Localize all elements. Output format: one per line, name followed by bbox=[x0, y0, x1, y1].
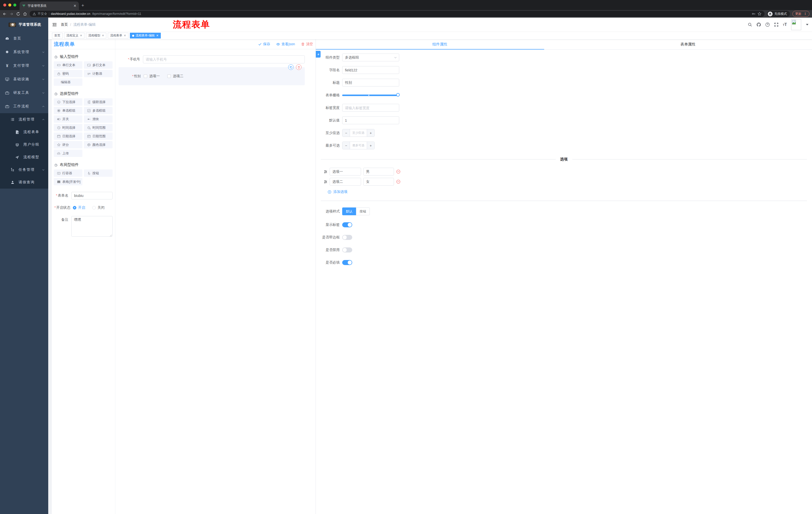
copy-component-button[interactable] bbox=[288, 64, 294, 70]
tab-component-props[interactable]: 组件属性 bbox=[316, 39, 406, 49]
default-value-input[interactable] bbox=[342, 116, 399, 124]
component-select[interactable]: 下拉选择 bbox=[54, 98, 82, 106]
link-handle[interactable] bbox=[316, 51, 321, 58]
increase-button[interactable]: + bbox=[367, 142, 374, 149]
component-color-picker[interactable]: 颜色选择 bbox=[84, 141, 113, 148]
component-time-picker[interactable]: 时间选择 bbox=[54, 124, 82, 131]
show-label-toggle[interactable] bbox=[342, 222, 352, 227]
component-date-picker[interactable]: 日期选择 bbox=[54, 133, 82, 140]
option-value-input[interactable] bbox=[363, 168, 394, 175]
border-toggle[interactable] bbox=[342, 235, 352, 240]
component-type-select[interactable]: 多选框组 bbox=[342, 54, 399, 61]
gender-option-2[interactable]: 选项二 bbox=[167, 74, 183, 78]
component-password[interactable]: 密码 bbox=[54, 70, 82, 77]
save-button[interactable]: 保存 bbox=[258, 42, 270, 47]
max-select-value[interactable]: 最多可选 bbox=[350, 142, 367, 149]
home-icon[interactable] bbox=[23, 12, 27, 16]
component-button[interactable]: 按钮 bbox=[84, 169, 113, 177]
phone-field-row[interactable]: *手机号 bbox=[119, 55, 305, 63]
new-tab-button[interactable]: + bbox=[81, 3, 84, 8]
window-controls[interactable] bbox=[3, 3, 16, 6]
component-row-container[interactable]: 行容器 bbox=[54, 169, 82, 177]
maximize-window-button[interactable] bbox=[13, 3, 16, 6]
resize-grip[interactable] bbox=[110, 234, 112, 237]
component-rate[interactable]: 评分 bbox=[54, 141, 82, 148]
disabled-toggle[interactable] bbox=[342, 247, 352, 252]
increase-button[interactable]: + bbox=[367, 129, 374, 137]
component-switch[interactable]: 开关 bbox=[54, 115, 82, 123]
remove-option-icon[interactable] bbox=[396, 169, 401, 174]
browser-tab[interactable]: 芋道管理系统 ✕ bbox=[20, 1, 79, 10]
sidebar-item-leave-query[interactable]: 请假查询 bbox=[0, 176, 48, 189]
tag-process-form-edit[interactable]: 流程表单-编辑✕ bbox=[130, 33, 161, 38]
sidebar-item-process-model[interactable]: 流程模型 bbox=[0, 151, 48, 163]
component-table[interactable]: 表格[开发中] bbox=[54, 178, 82, 185]
sidebar-item-task-mgmt[interactable]: 任务管理 bbox=[0, 163, 48, 176]
option-value-input[interactable] bbox=[363, 178, 394, 186]
tag-process-form[interactable]: 流程表单✕ bbox=[108, 33, 128, 38]
status-radio-on[interactable]: 开启 bbox=[73, 206, 85, 210]
breadcrumb-home[interactable]: 首页 bbox=[61, 22, 68, 27]
decrease-button[interactable]: − bbox=[343, 129, 350, 137]
sidebar-item-system[interactable]: 系统管理 bbox=[0, 45, 48, 59]
label-width-input[interactable] bbox=[342, 104, 399, 112]
add-option-button[interactable]: 添加选项 bbox=[328, 190, 406, 194]
component-radio-group[interactable]: 单选框组 bbox=[54, 107, 82, 114]
sidebar-item-workflow[interactable]: 工作流程 bbox=[0, 100, 48, 113]
slider-track[interactable] bbox=[342, 94, 399, 96]
component-textarea[interactable]: 多行文本 bbox=[84, 61, 113, 69]
sidebar-item-process-mgmt[interactable]: 流程管理 bbox=[0, 113, 48, 126]
gender-option-1[interactable]: 选项一 bbox=[144, 74, 160, 78]
component-upload[interactable]: 上传 bbox=[54, 150, 82, 157]
drag-handle-icon[interactable] bbox=[324, 180, 327, 184]
tag-process-definition[interactable]: 流程定义✕ bbox=[64, 33, 84, 38]
sidebar-item-infra[interactable]: 基础设施 bbox=[0, 73, 48, 86]
tag-close-icon[interactable]: ✕ bbox=[80, 34, 82, 37]
min-select-value[interactable]: 至少应选 bbox=[350, 129, 367, 137]
component-counter[interactable]: 123计数器 bbox=[84, 70, 113, 77]
drag-handle-icon[interactable] bbox=[324, 170, 327, 173]
field-name-input[interactable] bbox=[342, 66, 399, 74]
collapse-sidebar-icon[interactable] bbox=[52, 22, 57, 27]
view-json-button[interactable]: 查看json bbox=[276, 42, 295, 47]
back-icon[interactable] bbox=[2, 12, 7, 16]
title-input[interactable] bbox=[342, 79, 399, 86]
form-name-input[interactable] bbox=[71, 192, 113, 199]
tag-close-icon[interactable]: ✕ bbox=[124, 34, 126, 37]
sidebar-item-devtools[interactable]: 研发工具 bbox=[0, 86, 48, 100]
component-cascader[interactable]: 级联选择 bbox=[84, 98, 113, 106]
sidebar-logo[interactable]: 芋道管理系统 bbox=[0, 18, 48, 32]
option-label-input[interactable] bbox=[330, 178, 361, 186]
tag-home[interactable]: 首页 bbox=[52, 33, 63, 38]
tag-close-icon[interactable]: ✕ bbox=[102, 34, 104, 37]
sidebar-item-user-group[interactable]: 用户分组 bbox=[0, 138, 48, 151]
sidebar-item-payment[interactable]: ¥ 支付管理 bbox=[0, 59, 48, 73]
status-radio-off[interactable]: 关闭 bbox=[92, 206, 105, 210]
clear-button[interactable]: 清空 bbox=[301, 42, 313, 47]
component-checkbox-group[interactable]: 多选框组 bbox=[84, 107, 113, 114]
selected-component-gender[interactable]: *性别 选项一 选项二 bbox=[119, 67, 305, 85]
minimize-window-button[interactable] bbox=[8, 3, 11, 6]
sidebar-item-process-form[interactable]: 流程表单 bbox=[0, 126, 48, 138]
forward-icon[interactable] bbox=[9, 12, 13, 16]
component-date-range[interactable]: 日期范围 bbox=[84, 133, 113, 140]
form-remark-textarea[interactable]: 嘿嘿 bbox=[71, 216, 113, 237]
decrease-button[interactable]: − bbox=[343, 142, 350, 149]
sidebar-item-home[interactable]: 首页 bbox=[0, 32, 48, 45]
close-window-button[interactable] bbox=[3, 3, 6, 6]
option-style-button[interactable]: 按钮 bbox=[356, 208, 370, 215]
option-label-input[interactable] bbox=[330, 168, 361, 175]
component-time-range[interactable]: 时间范围 bbox=[84, 124, 113, 131]
reload-icon[interactable] bbox=[16, 12, 20, 16]
url-bar[interactable]: 不安全 dashboard.yudao.iocoder.cn/bpm/manag… bbox=[30, 11, 406, 17]
option-style-default[interactable]: 默认 bbox=[342, 208, 356, 215]
tab-close-icon[interactable]: ✕ bbox=[74, 4, 76, 7]
phone-field-input[interactable] bbox=[143, 55, 305, 63]
component-slider[interactable]: 滑块 bbox=[84, 115, 113, 123]
grid-slider[interactable] bbox=[342, 91, 399, 99]
component-editor[interactable]: 编辑器 bbox=[54, 78, 82, 86]
remove-option-icon[interactable] bbox=[396, 180, 401, 184]
slider-thumb[interactable] bbox=[396, 93, 400, 97]
tag-process-model[interactable]: 流程模型✕ bbox=[86, 33, 106, 38]
tag-close-icon[interactable]: ✕ bbox=[156, 34, 158, 37]
